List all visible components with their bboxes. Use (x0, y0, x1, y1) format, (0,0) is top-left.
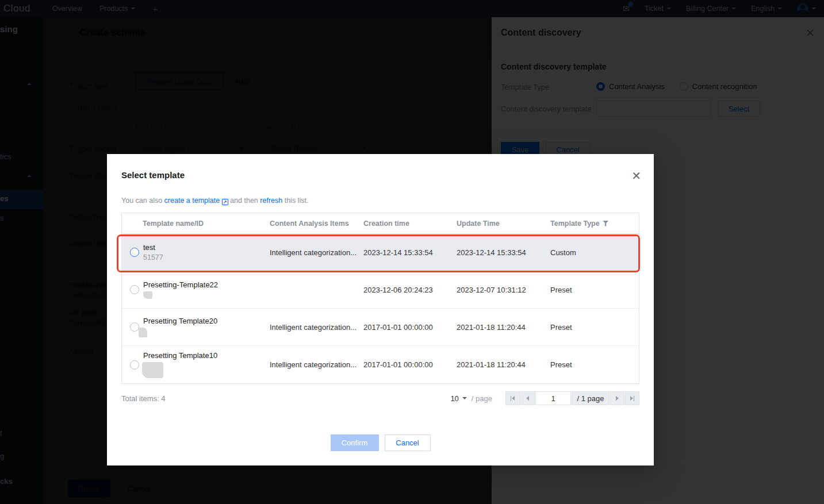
refresh-link[interactable]: refresh (260, 197, 282, 205)
triangle-left-icon (526, 396, 529, 401)
thumbnail-placeholder (142, 362, 163, 378)
header-template-name: Template name/ID (143, 220, 270, 228)
radio-unselected-icon[interactable] (130, 322, 139, 332)
last-page-icon (634, 396, 635, 401)
thumbnail-placeholder (143, 291, 152, 299)
modal-header: Select template ✕ (107, 154, 654, 182)
first-page-icon (511, 396, 512, 401)
total-items-label: Total items: 4 (121, 394, 166, 403)
row-updated-cell: 2023-12-07 10:31:12 (457, 286, 550, 294)
template-table: Template name/ID Content Analysis Items … (121, 213, 639, 384)
row-type-cell: Preset (550, 286, 639, 294)
filter-icon[interactable] (603, 221, 609, 226)
per-page-label: / page (472, 394, 492, 403)
page-number-input[interactable]: 1 (535, 391, 571, 405)
row-created-cell: 2023-12-06 20:24:23 (363, 286, 457, 294)
close-icon[interactable]: ✕ (631, 170, 641, 182)
last-page-button[interactable] (625, 391, 639, 405)
chevron-down-icon (462, 397, 467, 399)
template-name: test (143, 243, 270, 252)
row-updated-cell: 2021-01-18 11:20:44 (457, 360, 550, 369)
modal-footer: Confirm Cancel (107, 434, 654, 451)
table-row[interactable]: Presetting Template10 Intelligent catego… (122, 346, 639, 383)
row-radio-cell (122, 248, 143, 257)
pagination: Total items: 4 10 / page 1 / 1 page (121, 391, 639, 405)
template-name: Presetting Template10 (143, 351, 270, 360)
table-header-row: Template name/ID Content Analysis Items … (122, 213, 639, 234)
row-type-cell: Preset (550, 360, 639, 369)
modal-cancel-button[interactable]: Cancel (385, 434, 431, 451)
page-size-select[interactable]: 10 (450, 394, 466, 403)
row-type-cell: Custom (550, 248, 639, 257)
page-size-value: 10 (450, 394, 458, 403)
table-row[interactable]: Presetting Template20 Intelligent catego… (122, 309, 639, 346)
row-name-cell: test 51577 (143, 243, 270, 261)
row-items-cell: Intelligent categorization... (270, 360, 363, 369)
row-name-cell: Presetting-Template22 (143, 280, 270, 299)
row-name-cell: Presetting Template10 (143, 351, 270, 378)
radio-unselected-icon[interactable] (130, 248, 139, 257)
row-created-cell: 2017-01-01 00:00:00 (363, 360, 457, 369)
template-name: Presetting-Template22 (143, 280, 270, 289)
header-label: Template Type (550, 220, 600, 228)
header-template-type[interactable]: Template Type (550, 220, 639, 228)
radio-unselected-icon[interactable] (130, 285, 139, 294)
row-updated-cell: 2021-01-18 11:20:44 (457, 323, 550, 332)
external-link-icon[interactable]: ↗ (222, 199, 228, 205)
table-row[interactable]: test 51577 Intelligent categorization...… (122, 234, 639, 271)
page-count-label: / 1 page (572, 391, 610, 405)
row-updated-cell: 2023-12-14 15:33:54 (457, 248, 550, 257)
prev-page-button[interactable] (520, 391, 535, 405)
row-items-cell: Intelligent categorization... (270, 323, 363, 332)
triangle-right-icon (630, 396, 633, 401)
radio-unselected-icon[interactable] (130, 360, 139, 370)
pager-buttons: 1 / 1 page (505, 391, 639, 405)
modal-hint: You can also create a template ↗ and the… (121, 197, 308, 205)
hint-text: and then (228, 197, 260, 205)
triangle-left-icon (512, 396, 515, 401)
row-radio-cell (122, 285, 143, 294)
hint-text: this list. (282, 197, 308, 205)
row-created-cell: 2017-01-01 00:00:00 (363, 323, 457, 332)
row-name-cell: Presetting Template20 (143, 317, 270, 337)
triangle-right-icon (616, 396, 619, 401)
template-id: 51577 (143, 253, 270, 261)
select-template-modal: Select template ✕ You can also create a … (107, 154, 654, 465)
hint-text: You can also (121, 197, 164, 205)
next-page-button[interactable] (610, 391, 624, 405)
first-page-button[interactable] (505, 391, 520, 405)
header-update-time: Update Time (457, 220, 550, 228)
confirm-button[interactable]: Confirm (331, 434, 379, 451)
row-type-cell: Preset (550, 323, 639, 332)
modal-title: Select template (121, 170, 185, 180)
template-name: Presetting Template20 (143, 317, 270, 325)
header-content-analysis-items: Content Analysis Items (270, 220, 363, 228)
header-creation-time: Creation time (363, 220, 457, 228)
table-row[interactable]: Presetting-Template22 2023-12-06 20:24:2… (122, 271, 639, 309)
row-radio-cell (122, 360, 143, 370)
pagination-controls: 10 / page 1 / 1 page (450, 391, 639, 405)
thumbnail-placeholder (139, 328, 147, 337)
row-items-cell: Intelligent categorization... (270, 248, 363, 257)
create-template-link[interactable]: create a template (164, 197, 220, 205)
row-created-cell: 2023-12-14 15:33:54 (363, 248, 457, 257)
